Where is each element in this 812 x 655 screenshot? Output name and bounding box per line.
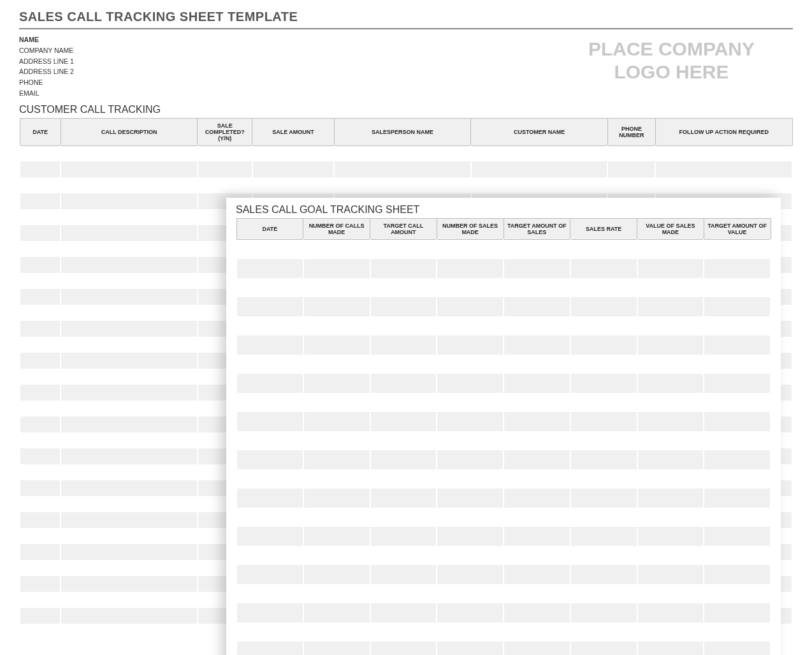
- table-cell[interactable]: [20, 225, 61, 241]
- table-cell[interactable]: [437, 278, 504, 297]
- table-cell[interactable]: [704, 335, 771, 355]
- table-cell[interactable]: [61, 353, 198, 369]
- table-cell[interactable]: [370, 603, 437, 622]
- table-cell[interactable]: [704, 316, 771, 335]
- table-cell[interactable]: [20, 576, 61, 592]
- table-cell[interactable]: [236, 259, 303, 278]
- table-cell[interactable]: [504, 259, 570, 278]
- table-cell[interactable]: [437, 316, 504, 335]
- table-cell[interactable]: [504, 393, 570, 412]
- table-cell[interactable]: [504, 584, 570, 603]
- table-cell[interactable]: [570, 259, 637, 278]
- table-cell[interactable]: [471, 145, 608, 161]
- table-cell[interactable]: [252, 177, 335, 193]
- table-cell[interactable]: [570, 546, 637, 565]
- table-cell[interactable]: [704, 642, 771, 656]
- table-cell[interactable]: [370, 642, 437, 656]
- table-cell[interactable]: [504, 450, 570, 469]
- table-cell[interactable]: [61, 496, 198, 512]
- table-cell[interactable]: [236, 374, 303, 393]
- table-cell[interactable]: [20, 416, 61, 432]
- table-cell[interactable]: [570, 527, 637, 546]
- table-cell[interactable]: [20, 448, 61, 464]
- table-cell[interactable]: [655, 177, 792, 193]
- table-cell[interactable]: [570, 508, 637, 527]
- table-cell[interactable]: [637, 259, 704, 278]
- table-cell[interactable]: [655, 145, 792, 161]
- table-cell[interactable]: [370, 335, 437, 355]
- table-cell[interactable]: [61, 337, 198, 353]
- table-cell[interactable]: [570, 297, 637, 316]
- table-cell[interactable]: [437, 355, 504, 374]
- table-cell[interactable]: [637, 584, 704, 603]
- table-cell[interactable]: [570, 622, 637, 642]
- table-cell[interactable]: [370, 240, 437, 259]
- table-cell[interactable]: [704, 508, 771, 527]
- table-cell[interactable]: [704, 240, 771, 259]
- table-cell[interactable]: [437, 603, 504, 622]
- table-cell[interactable]: [236, 546, 303, 565]
- table-cell[interactable]: [20, 257, 61, 273]
- table-cell[interactable]: [437, 240, 504, 259]
- table-cell[interactable]: [504, 527, 570, 546]
- table-cell[interactable]: [704, 259, 771, 278]
- table-cell[interactable]: [303, 546, 370, 565]
- table-cell[interactable]: [20, 512, 61, 528]
- table-cell[interactable]: [637, 393, 704, 412]
- table-cell[interactable]: [704, 622, 771, 642]
- table-cell[interactable]: [303, 316, 370, 335]
- table-cell[interactable]: [504, 316, 570, 335]
- table-cell[interactable]: [607, 161, 655, 177]
- table-cell[interactable]: [61, 209, 198, 225]
- table-cell[interactable]: [236, 622, 303, 642]
- table-cell[interactable]: [236, 508, 303, 527]
- table-cell[interactable]: [637, 240, 704, 259]
- table-cell[interactable]: [437, 431, 504, 450]
- table-cell[interactable]: [704, 584, 771, 603]
- table-cell[interactable]: [20, 544, 61, 560]
- table-cell[interactable]: [303, 469, 370, 489]
- table-cell[interactable]: [437, 393, 504, 412]
- table-cell[interactable]: [704, 603, 771, 622]
- table-cell[interactable]: [570, 278, 637, 297]
- table-cell[interactable]: [303, 393, 370, 412]
- table-cell[interactable]: [471, 161, 608, 177]
- table-cell[interactable]: [437, 489, 504, 508]
- table-cell[interactable]: [504, 374, 570, 393]
- table-cell[interactable]: [370, 278, 437, 297]
- table-cell[interactable]: [504, 278, 570, 297]
- table-cell[interactable]: [303, 565, 370, 584]
- table-cell[interactable]: [504, 297, 570, 316]
- table-cell[interactable]: [637, 431, 704, 450]
- table-cell[interactable]: [20, 353, 61, 369]
- table-cell[interactable]: [437, 546, 504, 565]
- table-cell[interactable]: [20, 145, 61, 161]
- table-cell[interactable]: [20, 161, 61, 177]
- table-cell[interactable]: [504, 412, 570, 431]
- table-cell[interactable]: [437, 259, 504, 278]
- table-cell[interactable]: [20, 209, 61, 225]
- table-cell[interactable]: [655, 161, 792, 177]
- table-cell[interactable]: [61, 241, 198, 257]
- table-cell[interactable]: [704, 546, 771, 565]
- table-cell[interactable]: [236, 240, 303, 259]
- table-cell[interactable]: [370, 622, 437, 642]
- table-cell[interactable]: [303, 450, 370, 469]
- table-cell[interactable]: [303, 584, 370, 603]
- table-cell[interactable]: [437, 527, 504, 546]
- table-cell[interactable]: [20, 401, 61, 416]
- table-cell[interactable]: [20, 273, 61, 289]
- table-cell[interactable]: [303, 603, 370, 622]
- table-cell[interactable]: [570, 565, 637, 584]
- table-cell[interactable]: [20, 193, 61, 209]
- table-cell[interactable]: [437, 584, 504, 603]
- table-cell[interactable]: [504, 469, 570, 489]
- table-cell[interactable]: [637, 546, 704, 565]
- table-cell[interactable]: [637, 469, 704, 489]
- table-cell[interactable]: [504, 565, 570, 584]
- table-cell[interactable]: [704, 431, 771, 450]
- table-cell[interactable]: [198, 145, 252, 161]
- table-cell[interactable]: [20, 385, 61, 401]
- table-cell[interactable]: [303, 335, 370, 355]
- table-cell[interactable]: [236, 603, 303, 622]
